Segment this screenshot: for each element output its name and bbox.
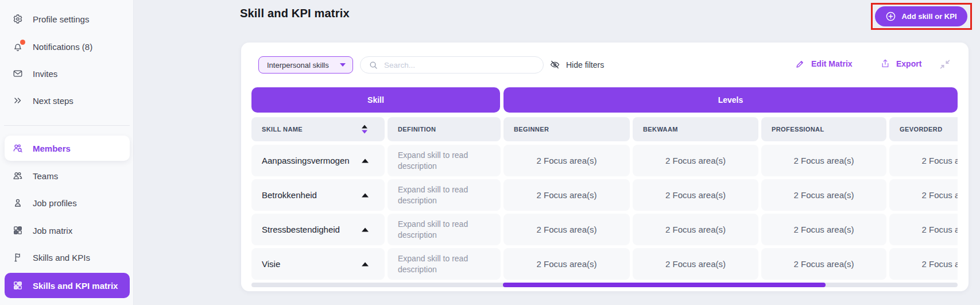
people-search-icon bbox=[13, 143, 23, 153]
sidebar-item-label: Profile settings bbox=[33, 14, 89, 24]
eye-off-icon bbox=[549, 59, 560, 70]
horizontal-scrollbar-thumb[interactable] bbox=[503, 283, 826, 287]
level-cell-beginner: 2 Focus area(s) bbox=[503, 248, 630, 280]
search-input[interactable] bbox=[384, 61, 535, 70]
level-cell-gevorderd: 2 Focus area(s) bbox=[889, 179, 958, 211]
level-cell-gevorderd: 2 Focus area(s) bbox=[889, 214, 958, 245]
skill-name-cell[interactable]: Stressbestendigheid bbox=[251, 214, 385, 245]
level-cell-bekwaam: 2 Focus area(s) bbox=[633, 179, 758, 211]
pencil-icon bbox=[795, 59, 805, 69]
plus-circle-icon bbox=[885, 11, 896, 22]
add-button-label: Add skill or KPI bbox=[901, 12, 956, 21]
skill-name: Aanpassingsvermogen bbox=[262, 156, 350, 165]
export-button[interactable]: Export bbox=[880, 59, 921, 69]
sidebar-item-invites[interactable]: Invites bbox=[5, 61, 130, 86]
level-cell-professional: 2 Focus area(s) bbox=[761, 248, 886, 280]
sidebar-divider bbox=[4, 125, 130, 126]
sidebar-item-skills-and-kpi-matrix[interactable]: Skills and KPI matrix bbox=[5, 273, 130, 298]
sidebar-item-label: Skills and KPI matrix bbox=[33, 281, 118, 291]
level-cell-professional: 2 Focus area(s) bbox=[761, 145, 886, 176]
sidebar-item-job-matrix[interactable]: Job matrix bbox=[5, 218, 130, 243]
skill-name: Betrokkenheid bbox=[262, 190, 317, 200]
column-header-definition: DEFINITION bbox=[388, 117, 501, 141]
skill-name: Stressbestendigheid bbox=[262, 225, 340, 234]
definition-cell: Expand skill to read description bbox=[388, 214, 501, 245]
collapse-row-icon[interactable] bbox=[362, 262, 369, 266]
app-window: Profile settings Notifications (8) Invit… bbox=[0, 0, 980, 305]
table-row: Betrokkenheid Expand skill to read descr… bbox=[251, 179, 958, 211]
column-header-bekwaam: BEKWAAM bbox=[633, 117, 758, 141]
matrix-card: Interpersonal skills Hide filters bbox=[241, 43, 969, 291]
collapse-row-icon[interactable] bbox=[362, 159, 369, 163]
column-header-professional: PROFESSIONAL bbox=[761, 117, 886, 141]
table-row: Visie Expand skill to read description 2… bbox=[251, 248, 958, 280]
group-header-levels: Levels bbox=[503, 87, 958, 113]
sort-toggle[interactable] bbox=[362, 125, 367, 134]
collapse-row-icon[interactable] bbox=[362, 227, 369, 231]
definition-cell: Expand skill to read description bbox=[388, 179, 501, 211]
edit-matrix-button[interactable]: Edit Matrix bbox=[795, 59, 853, 69]
column-header-gevorderd: GEVORDERD bbox=[889, 117, 958, 141]
search-icon bbox=[369, 60, 378, 70]
collapse-row-icon[interactable] bbox=[362, 193, 369, 197]
sidebar-item-label: Members bbox=[33, 144, 71, 153]
sidebar-item-teams[interactable]: Teams bbox=[5, 163, 130, 188]
sidebar-item-label: Job profiles bbox=[33, 198, 77, 208]
horizontal-scrollbar[interactable] bbox=[251, 283, 958, 287]
dropdown-selected-value: Interpersonal skills bbox=[267, 61, 329, 70]
person-icon bbox=[13, 198, 23, 208]
add-skill-or-kpi-button[interactable]: Add skill or KPI bbox=[875, 6, 967, 26]
level-cell-gevorderd: 2 Focus area(s) bbox=[889, 248, 958, 280]
table-row: Aanpassingsvermogen Expand skill to read… bbox=[251, 145, 958, 176]
hide-filters-button[interactable]: Hide filters bbox=[549, 59, 604, 70]
sort-desc-icon bbox=[362, 130, 367, 134]
sidebar-item-notifications[interactable]: Notifications (8) bbox=[5, 34, 130, 59]
collapse-view-icon[interactable] bbox=[939, 58, 951, 71]
level-cell-professional: 2 Focus area(s) bbox=[761, 179, 886, 211]
export-icon bbox=[880, 59, 890, 69]
column-header-skill-name: SKILL NAME bbox=[251, 117, 385, 141]
envelope-icon bbox=[13, 68, 23, 79]
level-cell-beginner: 2 Focus area(s) bbox=[503, 179, 630, 211]
chevron-down-icon bbox=[340, 63, 346, 67]
notification-dot bbox=[20, 40, 25, 45]
grid-icon bbox=[13, 225, 23, 235]
level-cell-bekwaam: 2 Focus area(s) bbox=[633, 145, 758, 176]
table-row: Stressbestendigheid Expand skill to read… bbox=[251, 214, 958, 245]
skill-name-cell[interactable]: Aanpassingsvermogen bbox=[251, 145, 385, 176]
level-cell-bekwaam: 2 Focus area(s) bbox=[633, 214, 758, 245]
double-chevron-icon bbox=[13, 95, 23, 106]
sidebar-item-members[interactable]: Members bbox=[5, 136, 130, 161]
skill-name-cell[interactable]: Visie bbox=[251, 248, 385, 280]
column-header-beginner: BEGINNER bbox=[503, 117, 630, 141]
people-icon bbox=[13, 171, 23, 181]
sidebar-item-label: Teams bbox=[33, 171, 58, 181]
search-box bbox=[360, 56, 544, 74]
sidebar-item-profile-settings[interactable]: Profile settings bbox=[5, 6, 130, 32]
sidebar-item-next-steps[interactable]: Next steps bbox=[5, 88, 130, 113]
flag-icon bbox=[13, 252, 23, 262]
matrix-table: Skill Levels SKILL NAME DEFINITION BEGIN… bbox=[251, 87, 958, 288]
skill-name: Visie bbox=[262, 259, 280, 269]
sidebar-item-job-profiles[interactable]: Job profiles bbox=[5, 190, 130, 215]
definition-cell: Expand skill to read description bbox=[388, 145, 501, 176]
sidebar-item-skills-and-kpis[interactable]: Skills and KPIs bbox=[5, 245, 130, 270]
sort-asc-icon bbox=[362, 125, 367, 129]
level-cell-gevorderd: 2 Focus area(s) bbox=[889, 145, 958, 176]
sidebar-item-label: Job matrix bbox=[33, 226, 72, 235]
edit-matrix-label: Edit Matrix bbox=[811, 59, 853, 68]
skill-name-cell[interactable]: Betrokkenheid bbox=[251, 179, 385, 211]
hide-filters-label: Hide filters bbox=[566, 60, 604, 70]
gear-icon bbox=[13, 14, 23, 24]
page-title: Skill and KPI matrix bbox=[240, 7, 350, 20]
level-cell-professional: 2 Focus area(s) bbox=[761, 214, 886, 245]
skill-category-dropdown[interactable]: Interpersonal skills bbox=[258, 56, 353, 74]
export-label: Export bbox=[896, 59, 921, 68]
level-cell-bekwaam: 2 Focus area(s) bbox=[633, 248, 758, 280]
sidebar-item-label: Skills and KPIs bbox=[33, 253, 90, 262]
grid-icon bbox=[13, 280, 23, 291]
sidebar: Profile settings Notifications (8) Invit… bbox=[0, 0, 134, 305]
sidebar-item-label: Invites bbox=[33, 69, 57, 79]
sidebar-item-label: Notifications (8) bbox=[33, 42, 92, 52]
bell-icon bbox=[13, 41, 23, 52]
